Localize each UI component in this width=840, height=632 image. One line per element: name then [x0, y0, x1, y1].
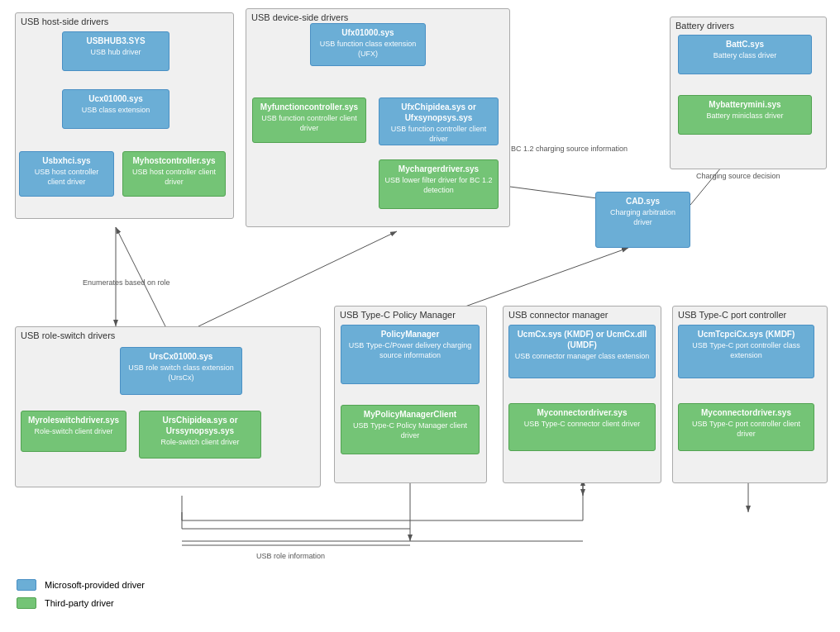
driver-myhostcontroller-desc: USB host controller client driver [128, 168, 220, 187]
driver-mychargerdriver-name: Mychargerdriver.sys [384, 164, 493, 174]
driver-ucmcx-name: UcmCx.sys (KMDF) or UcmCx.dll (UMDF) [514, 329, 650, 350]
driver-myfunctioncontroller-desc: USB function controller client driver [258, 114, 360, 133]
driver-battc-name: BattC.sys [684, 39, 806, 50]
label-usb-role: USB role information [256, 552, 325, 560]
group-device-side-label: USB device-side drivers [251, 12, 348, 22]
driver-cad-name: CAD.sys [601, 196, 685, 207]
driver-myroleswitchdriver: Myroleswitchdriver.sys Role-switch clien… [21, 411, 126, 452]
driver-myroleswitchdriver-desc: Role-switch client driver [26, 427, 121, 437]
driver-urscx01000-name: UrsCx01000.sys [126, 351, 236, 362]
legend-item-ms: Microsoft-provided driver [17, 579, 145, 591]
driver-myconnectordriver2-desc: USB Type-C port controller client driver [684, 420, 809, 439]
driver-mybatterymini-name: Mybatterymini.sys [684, 99, 806, 110]
driver-mypolicymanagerclient-desc: USB Type-C Policy Manager client driver [346, 421, 474, 440]
legend-3p-label: Third-party driver [45, 598, 114, 608]
driver-mypolicymanagerclient: MyPolicyManagerClient USB Type-C Policy … [341, 405, 480, 454]
driver-urscx01000: UrsCx01000.sys USB role switch class ext… [120, 347, 242, 395]
driver-ufx01000-name: Ufx01000.sys [316, 27, 420, 38]
driver-usbxhci: Usbxhci.sys USB host controller client d… [19, 151, 114, 197]
driver-policymanager-name: PolicyManager [346, 329, 474, 340]
svg-line-26 [116, 227, 165, 326]
driver-battc: BattC.sys Battery class driver [678, 35, 812, 74]
driver-ufxchipidea-name: UfxChipidea.sys or Ufxsynopsys.sys [384, 102, 493, 123]
group-battery-label: Battery drivers [675, 21, 734, 31]
driver-ucx01000: Ucx01000.sys USB class extension [62, 89, 169, 129]
driver-ucmtcpci-name: UcmTcpciCx.sys (KMDF) [684, 329, 809, 340]
legend-3p-box [17, 597, 36, 609]
driver-myconnectordriver: Myconnectordriver.sys USB Type-C connect… [508, 403, 656, 451]
driver-ucmtcpci-desc: USB Type-C port controller class extensi… [684, 341, 809, 360]
driver-usbhub3-desc: USB hub driver [68, 48, 164, 58]
driver-ufxchipidea-desc: USB function controller client driver [384, 125, 493, 144]
group-host-side-label: USB host-side drivers [21, 17, 108, 26]
driver-urschipidea: UrsChipidea.sys or Urssynopsys.sys Role-… [139, 411, 261, 459]
group-policy-manager-label: USB Type-C Policy Manager [340, 310, 456, 320]
driver-myconnectordriver-desc: USB Type-C connector client driver [514, 420, 650, 430]
driver-ucmtcpci: UcmTcpciCx.sys (KMDF) USB Type-C port co… [678, 325, 814, 378]
driver-policymanager-desc: USB Type-C/Power delivery charging sourc… [346, 341, 474, 360]
legend-ms-label: Microsoft-provided driver [45, 580, 145, 590]
driver-cad: CAD.sys Charging arbitration driver [595, 192, 690, 248]
driver-usbhub3-name: USBHUB3.SYS [68, 36, 164, 46]
driver-usbxhci-desc: USB host controller client driver [25, 168, 108, 187]
driver-ufxchipidea: UfxChipidea.sys or Ufxsynopsys.sys USB f… [379, 97, 499, 145]
legend: Microsoft-provided driver Third-party dr… [17, 579, 145, 615]
driver-ucx01000-desc: USB class extension [68, 106, 164, 116]
group-port-controller-label: USB Type-C port controller [678, 310, 786, 320]
driver-ucx01000-name: Ucx01000.sys [68, 93, 164, 104]
driver-usbhub3: USBHUB3.SYS USB hub driver [62, 31, 169, 71]
driver-ucmcx: UcmCx.sys (KMDF) or UcmCx.dll (UMDF) USB… [508, 325, 656, 378]
driver-mybatterymini-desc: Battery miniclass driver [684, 112, 806, 121]
driver-battc-desc: Battery class driver [684, 51, 806, 61]
label-enumerates: Enumerates based on role [83, 278, 170, 287]
driver-myconnectordriver-name: Myconnectordriver.sys [514, 407, 650, 418]
driver-myconnectordriver2: Myconnectordriver.sys USB Type-C port co… [678, 403, 814, 451]
legend-item-3p: Third-party driver [17, 597, 145, 609]
driver-myhostcontroller: Myhostcontroller.sys USB host controller… [122, 151, 226, 197]
driver-myconnectordriver2-name: Myconnectordriver.sys [684, 407, 809, 418]
driver-ufx01000: Ufx01000.sys USB function class extensio… [310, 23, 426, 66]
driver-ucmcx-desc: USB connector manager class extension [514, 352, 650, 362]
driver-myfunctioncontroller: Myfunctioncontroller.sys USB function co… [252, 97, 366, 143]
legend-ms-box [17, 579, 36, 591]
driver-urschipidea-desc: Role-switch client driver [145, 438, 255, 448]
driver-mybatterymini: Mybatterymini.sys Battery miniclass driv… [678, 95, 812, 135]
driver-policymanager: PolicyManager USB Type-C/Power delivery … [341, 325, 480, 384]
diagram-container: USB host-side drivers USB device-side dr… [0, 0, 840, 632]
driver-myfunctioncontroller-name: Myfunctioncontroller.sys [258, 102, 360, 112]
driver-urscx01000-desc: USB role switch class extension (UrsCx) [126, 364, 236, 383]
driver-mychargerdriver-desc: USB lower filter driver for BC 1.2 detec… [384, 176, 493, 195]
group-connector-manager-label: USB connector manager [508, 310, 608, 320]
driver-cad-desc: Charging arbitration driver [601, 208, 685, 227]
driver-myroleswitchdriver-name: Myroleswitchdriver.sys [26, 415, 121, 425]
label-bc12: BC 1.2 charging source information [511, 145, 628, 153]
driver-mychargerdriver: Mychargerdriver.sys USB lower filter dri… [379, 159, 499, 209]
driver-urschipidea-name: UrsChipidea.sys or Urssynopsys.sys [145, 415, 255, 436]
driver-usbxhci-name: Usbxhci.sys [25, 155, 108, 166]
label-charging-decision: Charging source decision [696, 172, 780, 180]
driver-mypolicymanagerclient-name: MyPolicyManagerClient [346, 409, 474, 420]
driver-myhostcontroller-name: Myhostcontroller.sys [128, 155, 220, 166]
driver-ufx01000-desc: USB function class extension (UFX) [316, 40, 420, 59]
group-role-switch-label: USB role-switch drivers [21, 330, 115, 340]
